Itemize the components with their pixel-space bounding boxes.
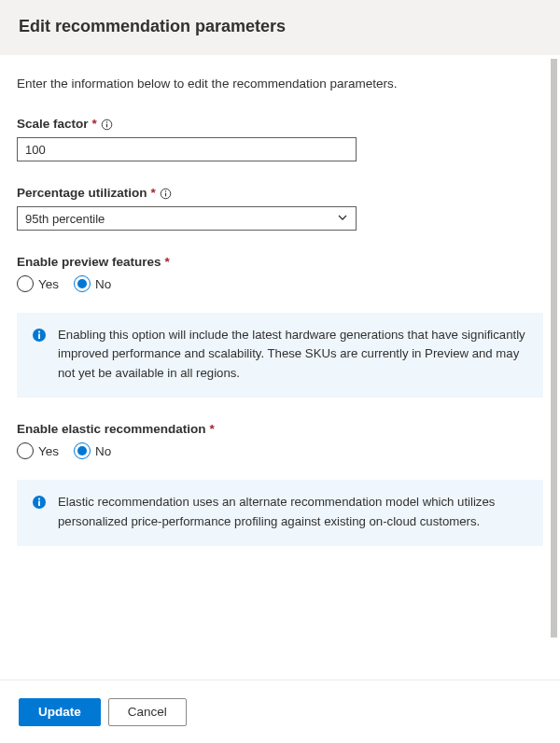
scale-factor-label-row: Scale factor * [17, 117, 543, 131]
info-filled-icon [32, 495, 47, 510]
enable-elastic-yes[interactable]: Yes [17, 442, 59, 459]
intro-text: Enter the information below to edit the … [17, 77, 543, 91]
update-button[interactable]: Update [19, 698, 101, 726]
enable-preview-yes[interactable]: Yes [17, 275, 59, 292]
percentage-utilization-label-row: Percentage utilization * [17, 186, 543, 200]
percentage-utilization-select[interactable]: 95th percentile [17, 206, 357, 231]
radio-label-no: No [95, 277, 111, 291]
required-asterisk: * [151, 186, 156, 200]
radio-label-yes: Yes [38, 277, 59, 291]
enable-preview-label-row: Enable preview features * [17, 255, 543, 269]
svg-rect-5 [165, 190, 166, 191]
panel-footer: Update Cancel [0, 680, 560, 743]
scale-factor-input[interactable] [17, 137, 357, 161]
svg-rect-7 [38, 334, 40, 339]
svg-rect-1 [106, 124, 107, 128]
enable-preview-info-box: Enabling this option will include the la… [17, 313, 543, 398]
enable-elastic-label-row: Enable elastic recommendation * [17, 422, 543, 436]
radio-label-yes: Yes [38, 444, 59, 458]
enable-elastic-label: Enable elastic recommendation [17, 422, 206, 436]
field-scale-factor: Scale factor * [17, 117, 543, 161]
enable-elastic-radio-group: Yes No [17, 442, 543, 459]
svg-rect-2 [106, 121, 107, 122]
required-asterisk: * [210, 422, 215, 436]
enable-elastic-no[interactable]: No [74, 442, 111, 459]
svg-rect-10 [38, 501, 40, 506]
info-icon[interactable] [160, 186, 172, 200]
svg-rect-8 [38, 331, 40, 333]
content-scroll-area: Enter the information below to edit the … [0, 54, 560, 680]
enable-preview-label: Enable preview features [17, 255, 161, 269]
radio-icon [74, 275, 91, 292]
enable-elastic-info-box: Elastic recommendation uses an alternate… [17, 480, 543, 546]
field-percentage-utilization: Percentage utilization * 95th percentile [17, 186, 543, 231]
info-icon[interactable] [101, 117, 113, 131]
required-asterisk: * [92, 117, 97, 131]
form-content: Enter the information below to edit the … [0, 54, 560, 546]
enable-preview-radio-group: Yes No [17, 275, 543, 292]
radio-icon [17, 442, 34, 459]
page-title: Edit recommendation parameters [19, 17, 541, 36]
scale-factor-label: Scale factor [17, 117, 89, 131]
required-asterisk: * [165, 255, 170, 269]
svg-rect-11 [38, 498, 40, 500]
radio-label-no: No [95, 444, 111, 458]
cancel-button[interactable]: Cancel [108, 698, 187, 726]
chevron-down-icon [337, 212, 348, 226]
percentage-utilization-value: 95th percentile [25, 212, 105, 226]
radio-icon [74, 442, 91, 459]
enable-preview-info-text: Enabling this option will include the la… [58, 326, 528, 383]
info-filled-icon [32, 328, 47, 343]
percentage-utilization-label: Percentage utilization [17, 186, 147, 200]
svg-rect-4 [165, 193, 166, 197]
radio-icon [17, 275, 34, 292]
field-enable-elastic: Enable elastic recommendation * Yes No E… [17, 422, 543, 546]
field-enable-preview: Enable preview features * Yes No Enablin… [17, 255, 543, 398]
enable-elastic-info-text: Elastic recommendation uses an alternate… [58, 493, 528, 531]
vertical-scrollbar[interactable] [551, 59, 557, 638]
panel-header: Edit recommendation parameters [0, 0, 560, 55]
enable-preview-no[interactable]: No [74, 275, 111, 292]
